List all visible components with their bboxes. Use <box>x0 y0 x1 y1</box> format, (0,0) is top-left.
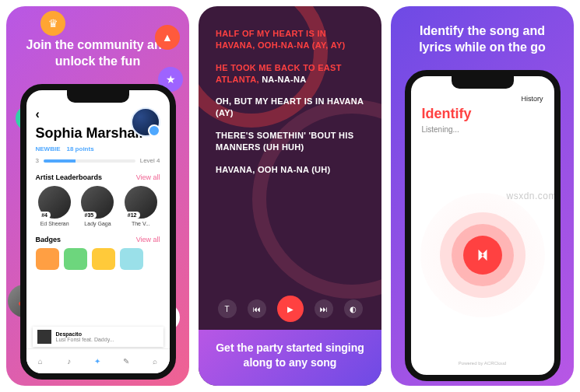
list-item[interactable]: #35 Lady Gaga <box>79 186 117 226</box>
track-title: Despacito <box>56 331 114 337</box>
panel-lyrics: HALF OF MY HEART IS IN HAVANA, OOH-NA-NA… <box>199 6 381 386</box>
panel3-headline: Identify the song and lyrics while on th… <box>391 23 574 56</box>
play-button[interactable]: ▶ <box>277 296 304 322</box>
rank-badge: #4 <box>38 212 51 219</box>
page-title: Identify <box>422 106 543 122</box>
panel2-caption: Get the party started singing along to a… <box>199 330 381 386</box>
phone-notch <box>452 76 514 89</box>
text-size-button[interactable]: T <box>218 299 237 318</box>
badge-item[interactable] <box>92 248 115 270</box>
artist-name: Ed Sheeran <box>36 221 74 226</box>
badge-item[interactable] <box>64 248 87 270</box>
theme-button[interactable]: ◐ <box>344 299 363 318</box>
app-logo-icon <box>463 236 502 275</box>
lyrics-view: HALF OF MY HEART IS IN HAVANA, OOH-NA-NA… <box>199 6 381 289</box>
avatar[interactable] <box>131 107 160 137</box>
rank-badge: #12 <box>125 212 140 219</box>
tab-music[interactable]: ♪ <box>63 355 76 367</box>
status-badge: NEWBIE <box>36 145 61 152</box>
progress-bar <box>44 159 135 163</box>
badge-item[interactable] <box>36 248 59 270</box>
view-all-link[interactable]: View all <box>136 236 160 243</box>
badge-item[interactable] <box>120 248 143 270</box>
history-link[interactable]: History <box>521 95 543 103</box>
prev-button[interactable]: ⏮ <box>248 299 266 318</box>
phone-mockup-1: ‹ Sophia Marshall NEWBIE 18 points 3 Lev… <box>20 84 176 380</box>
level-next: Level 4 <box>140 157 160 164</box>
level-current: 3 <box>36 157 39 164</box>
phone-mockup-3: History Identify Listening... Powered by… <box>405 70 561 381</box>
list-item[interactable]: #4 Ed Sheeran <box>36 186 74 226</box>
points-label: 18 points <box>67 145 94 152</box>
tab-search[interactable]: ⌕ <box>149 355 161 367</box>
player-controls: T ⏮ ▶ ⏭ ◐ <box>199 289 381 330</box>
listening-label: Listening... <box>422 125 543 134</box>
leaderboards-title: Artist Leaderboards <box>36 173 103 181</box>
identify-screen: History Identify Listening... Powered by… <box>411 76 554 375</box>
fire-icon: ▲ <box>155 25 180 50</box>
watermark-text: wsxdn.com <box>506 191 557 201</box>
phone-notch <box>67 90 129 103</box>
badges-title: Badges <box>36 236 62 243</box>
now-playing-bar[interactable]: Despacito Lusi Fonsi feat. Daddy... <box>33 327 163 347</box>
lyric-line: OH, BUT MY HEART IS IN HAVANA (AY) <box>216 96 364 119</box>
crown-icon: ♛ <box>40 11 65 36</box>
artist-name: Lady Gaga <box>79 221 117 226</box>
album-thumb <box>37 330 51 344</box>
lyric-line: HALF OF MY HEART IS IN HAVANA, OOH-NA-NA… <box>216 28 364 51</box>
powered-by-label: Powered by ACRCloud <box>411 361 554 366</box>
panel-community: ♛ ▲ Join the community and unlock the fu… <box>6 6 189 386</box>
app-store-panels: ♛ ▲ Join the community and unlock the fu… <box>0 0 580 392</box>
tab-contribute[interactable]: ✎ <box>120 355 132 367</box>
next-button[interactable]: ⏭ <box>315 299 333 318</box>
rank-badge: #35 <box>81 212 97 219</box>
lyric-line: HAVANA, OOH NA-NA (UH) <box>216 164 364 176</box>
tab-bar: ⌂ ♪ ✦ ✎ ⌕ <box>26 348 170 373</box>
list-item[interactable]: #12 The V... <box>121 186 160 226</box>
view-all-link[interactable]: View all <box>136 173 160 181</box>
tab-identify[interactable]: ✦ <box>91 355 104 367</box>
artist-name: The V... <box>121 221 160 226</box>
tab-home[interactable]: ⌂ <box>34 355 47 367</box>
track-subtitle: Lusi Fonsi feat. Daddy... <box>56 337 114 342</box>
identify-button[interactable] <box>420 193 545 317</box>
lyric-line: THERE'S SOMETHIN' 'BOUT HIS MANNERS (UH … <box>216 130 364 153</box>
profile-screen: ‹ Sophia Marshall NEWBIE 18 points 3 Lev… <box>26 90 170 373</box>
lyric-line: HE TOOK ME BACK TO EAST ATLANTA, NA-NA-N… <box>216 62 364 86</box>
